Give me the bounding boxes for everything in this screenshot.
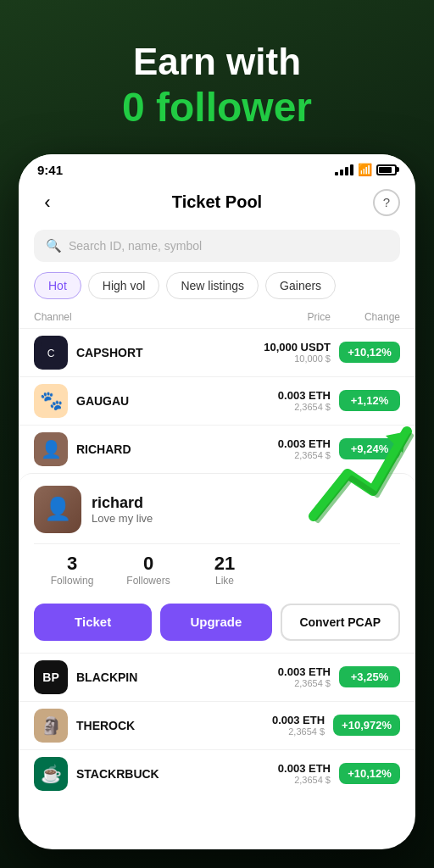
battery-icon bbox=[376, 164, 397, 175]
price-main: 0.003 ETH bbox=[278, 665, 331, 678]
price-usd: 2,3654 $ bbox=[272, 726, 325, 737]
table-row[interactable]: 👤 RICHARD 0.003 ETH 2,3654 $ +9,24% bbox=[19, 425, 415, 473]
price-column: 0.003 ETH 2,3654 $ bbox=[278, 762, 331, 785]
row-right: 0.003 ETH 2,3654 $ +1,12% bbox=[278, 389, 400, 412]
channel-name: RICHARD bbox=[76, 442, 131, 456]
avatar: 👤 bbox=[34, 432, 68, 466]
avatar: C bbox=[34, 336, 68, 370]
row-right: 0.003 ETH 2,3654 $ +9,24% bbox=[278, 437, 400, 460]
row-left: 👤 RICHARD bbox=[34, 432, 131, 466]
status-icons: 📶 bbox=[335, 163, 397, 176]
th-price: Price bbox=[308, 311, 331, 323]
help-button[interactable]: ? bbox=[373, 189, 400, 216]
search-input[interactable]: Search ID, name, symbol bbox=[69, 239, 202, 253]
svg-text:C: C bbox=[47, 348, 55, 359]
filter-tab-gainers[interactable]: Gainers bbox=[265, 272, 336, 299]
price-column: 10,000 USDT 10,000 $ bbox=[264, 341, 331, 364]
row-left: BP BLACKPIN bbox=[34, 660, 137, 694]
status-time: 9:41 bbox=[37, 163, 63, 177]
channel-name: GAUGAU bbox=[76, 394, 129, 408]
price-column: 0.003 ETH 2,3654 $ bbox=[278, 389, 331, 412]
table-row[interactable]: ☕ STACKRBUCK 0.003 ETH 2,3654 $ +10,12% bbox=[19, 749, 415, 798]
filter-tab-highvol[interactable]: High vol bbox=[88, 272, 160, 299]
price-main: 0.003 ETH bbox=[278, 762, 331, 775]
change-badge: +10,972% bbox=[333, 715, 400, 736]
upgrade-button[interactable]: Upgrade bbox=[160, 604, 271, 641]
stat-followers: 0 Followers bbox=[110, 553, 186, 587]
change-badge: +9,24% bbox=[339, 438, 400, 459]
row-right: 10,000 USDT 10,000 $ +10,12% bbox=[264, 341, 400, 364]
row-right: 0.003 ETH 2,3654 $ +3,25% bbox=[278, 665, 400, 688]
stat-likes-label: Like bbox=[215, 575, 234, 587]
profile-card: 👤 richard Love my live bbox=[19, 473, 415, 653]
app-header: ‹ Ticket Pool ? bbox=[19, 182, 415, 226]
avatar: BP bbox=[34, 660, 68, 694]
row-left: 🗿 THEROCK bbox=[34, 709, 135, 743]
stat-likes: 21 Like bbox=[186, 553, 263, 587]
profile-avatar: 👤 bbox=[34, 486, 81, 533]
hero-line1: Earn with bbox=[133, 41, 301, 82]
table-row[interactable]: BP BLACKPIN 0.003 ETH 2,3654 $ +3,25% bbox=[19, 653, 415, 701]
price-main: 10,000 USDT bbox=[264, 341, 331, 353]
stat-likes-number: 21 bbox=[214, 553, 235, 575]
channel-name: BLACKPIN bbox=[76, 670, 137, 684]
price-column: 0.003 ETH 2,3654 $ bbox=[272, 714, 325, 737]
search-icon: 🔍 bbox=[46, 238, 62, 253]
stat-following: 3 Following bbox=[34, 553, 110, 587]
channel-name: STACKRBUCK bbox=[76, 767, 159, 781]
phone-mockup: 9:41 📶 ‹ Ticket Pool ? bbox=[0, 154, 434, 849]
table-row[interactable]: 🐾 GAUGAU 0.003 ETH 2,3654 $ +1,12% bbox=[19, 376, 415, 425]
profile-top: 👤 richard Love my live bbox=[34, 486, 400, 533]
row-right: 0.003 ETH 2,3654 $ +10,972% bbox=[272, 714, 400, 737]
help-icon: ? bbox=[383, 195, 390, 209]
avatar: 🗿 bbox=[34, 709, 68, 743]
price-main: 0.003 ETH bbox=[272, 714, 325, 726]
stat-followers-number: 0 bbox=[143, 553, 153, 575]
table-header: Channel Price Change bbox=[19, 308, 415, 328]
row-left: 🐾 GAUGAU bbox=[34, 384, 129, 418]
avatar: 🐾 bbox=[34, 384, 68, 418]
page-title: Ticket Pool bbox=[172, 192, 262, 212]
stat-followers-label: Followers bbox=[126, 575, 170, 587]
channel-name: THEROCK bbox=[76, 719, 135, 732]
price-column: 0.003 ETH 2,3654 $ bbox=[278, 665, 331, 688]
action-buttons: Ticket Upgrade Convert PCAP bbox=[34, 595, 400, 653]
change-badge: +1,12% bbox=[339, 390, 400, 411]
table-row[interactable]: C CAPSHORT 10,000 USDT 10,000 $ +10,12% bbox=[19, 328, 415, 376]
table-row[interactable]: 🗿 THEROCK 0.003 ETH 2,3654 $ +10,972% bbox=[19, 701, 415, 749]
price-main: 0.003 ETH bbox=[278, 437, 331, 450]
price-usd: 2,3654 $ bbox=[278, 450, 331, 460]
price-column: 0.003 ETH 2,3654 $ bbox=[278, 437, 331, 460]
profile-info: richard Love my live bbox=[92, 494, 153, 525]
stats-row: 3 Following 0 Followers 21 Like bbox=[34, 543, 400, 595]
avatar: ☕ bbox=[34, 757, 68, 791]
signal-icon bbox=[335, 164, 353, 175]
price-usd: 2,3654 $ bbox=[278, 678, 331, 688]
ticket-button[interactable]: Ticket bbox=[34, 604, 152, 641]
row-left: C CAPSHORT bbox=[34, 336, 143, 370]
filter-tab-hot[interactable]: Hot bbox=[34, 272, 81, 299]
change-badge: +3,25% bbox=[339, 666, 400, 687]
hero-section: Earn with 0 follower bbox=[0, 0, 434, 154]
profile-name: richard bbox=[92, 494, 153, 512]
convert-button[interactable]: Convert PCAP bbox=[281, 604, 401, 641]
row-right: 0.003 ETH 2,3654 $ +10,12% bbox=[278, 762, 400, 785]
phone-screen: 9:41 📶 ‹ Ticket Pool ? bbox=[19, 154, 415, 849]
profile-bio: Love my live bbox=[92, 512, 153, 525]
change-badge: +10,12% bbox=[339, 342, 400, 363]
price-usd: 2,3654 $ bbox=[278, 775, 331, 785]
channel-name: CAPSHORT bbox=[76, 346, 143, 359]
th-change: Change bbox=[364, 311, 400, 323]
search-bar[interactable]: 🔍 Search ID, name, symbol bbox=[34, 230, 400, 262]
status-bar: 9:41 📶 bbox=[19, 154, 415, 182]
back-arrow-icon: ‹ bbox=[44, 192, 50, 214]
filter-tab-newlistings[interactable]: New listings bbox=[166, 272, 259, 299]
price-main: 0.003 ETH bbox=[278, 389, 331, 402]
wifi-icon: 📶 bbox=[358, 163, 372, 176]
change-badge: +10,12% bbox=[339, 763, 400, 784]
th-channel: Channel bbox=[34, 311, 72, 323]
price-usd: 10,000 $ bbox=[264, 353, 331, 364]
back-button[interactable]: ‹ bbox=[34, 189, 61, 216]
price-usd: 2,3654 $ bbox=[278, 402, 331, 412]
hero-line2: 0 follower bbox=[122, 85, 312, 130]
